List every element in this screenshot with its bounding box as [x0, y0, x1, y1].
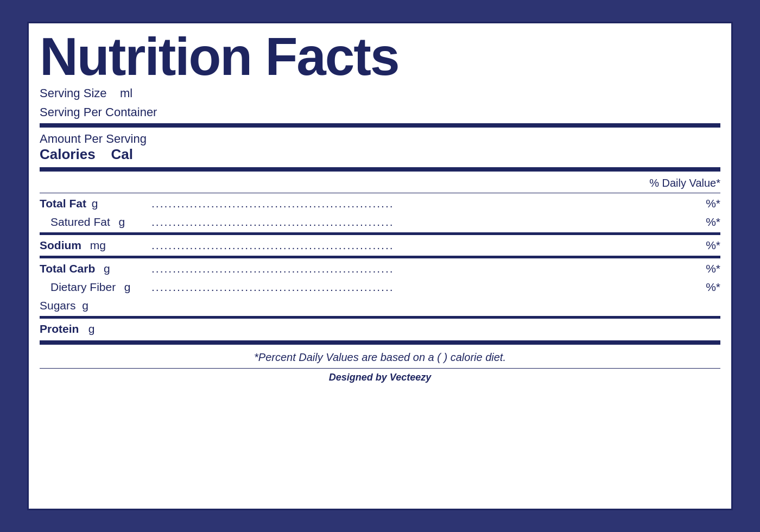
sodium-left: Sodium mg — [40, 239, 148, 252]
nutrition-label: Nutrition Facts Serving Size ml Serving … — [27, 22, 733, 510]
footer-note: *Percent Daily Values are based on a ( )… — [40, 347, 720, 366]
footer-credit: Designed by Vecteezy — [40, 368, 720, 384]
divider-medium-1 — [40, 232, 720, 235]
calories-unit: Cal — [111, 146, 133, 162]
total-fat-value: g — [88, 197, 98, 210]
saturated-fat-left: Satured Fat g — [40, 216, 148, 229]
total-carb-left: Total Carb g — [40, 262, 148, 275]
serving-size-unit: ml — [120, 86, 132, 100]
total-fat-name: Total Fat — [40, 197, 86, 210]
saturated-fat-value: g — [112, 216, 125, 229]
total-fat-dots: ........................................… — [148, 197, 706, 210]
saturated-fat-dots: ........................................… — [148, 216, 706, 229]
footer-credit-prefix: Designed by — [329, 372, 387, 383]
protein-label: Protein — [40, 322, 79, 335]
dietary-fiber-daily: %* — [706, 281, 720, 294]
amount-per-serving: Amount Per Serving — [40, 130, 720, 146]
total-carb-daily: %* — [706, 262, 720, 275]
divider-medium-3 — [40, 316, 720, 319]
saturated-fat-daily: %* — [706, 216, 720, 229]
total-carb-row: Total Carb g ...........................… — [40, 259, 720, 278]
sugars-row: Sugars g — [40, 296, 720, 315]
dietary-fiber-dots: ........................................… — [148, 281, 706, 294]
serving-per-container-label: Serving Per Container — [40, 105, 157, 119]
saturated-fat-name: Satured Fat — [40, 216, 110, 229]
serving-per-container-line: Serving Per Container — [40, 104, 720, 121]
nutrition-title: Nutrition Facts — [40, 30, 720, 83]
sodium-value: mg — [84, 239, 106, 252]
sodium-daily: %* — [706, 239, 720, 252]
calories-label: Calories — [40, 146, 96, 162]
serving-size-label: Serving Size — [40, 86, 107, 100]
sodium-row: Sodium mg ..............................… — [40, 236, 720, 255]
daily-value-header: % Daily Value* — [40, 174, 720, 192]
dietary-fiber-row: Dietary Fiber g ........................… — [40, 278, 720, 296]
serving-size-line: Serving Size ml — [40, 85, 720, 102]
sugars-label: Sugars — [40, 299, 76, 312]
total-fat-daily: %* — [706, 197, 720, 210]
divider-thin-1 — [40, 193, 720, 193]
total-fat-left: Total Fat g — [40, 197, 148, 210]
total-carb-value: g — [97, 262, 110, 275]
divider-thick-3 — [40, 340, 720, 345]
calories-row: Calories Cal — [40, 146, 720, 165]
protein-row: Protein g — [40, 320, 720, 338]
total-carb-dots: ........................................… — [148, 262, 706, 275]
dietary-fiber-value: g — [118, 281, 130, 294]
divider-thick-2 — [40, 167, 720, 172]
sodium-dots: ........................................… — [148, 239, 706, 252]
divider-thick-1 — [40, 123, 720, 128]
total-carb-name: Total Carb — [40, 262, 95, 275]
total-fat-row: Total Fat g ............................… — [40, 194, 720, 213]
sugars-unit: g — [82, 299, 88, 312]
dietary-fiber-name: Dietary Fiber — [40, 281, 116, 294]
saturated-fat-row: Satured Fat g ..........................… — [40, 213, 720, 231]
divider-medium-2 — [40, 256, 720, 258]
sodium-name: Sodium — [40, 239, 81, 252]
dietary-fiber-left: Dietary Fiber g — [40, 281, 148, 294]
protein-unit: g — [88, 322, 95, 335]
footer-credit-brand: Vecteezy — [390, 372, 431, 383]
